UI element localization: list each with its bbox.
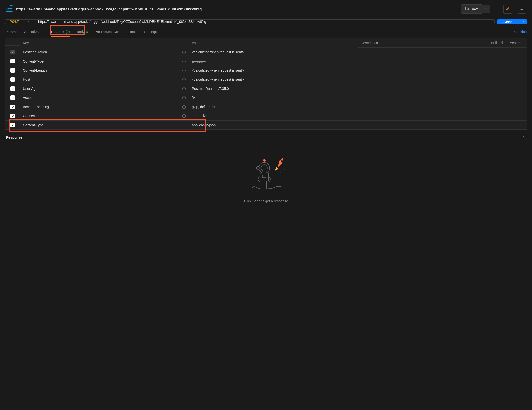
request-title: https://swarm.unmand.app/tasks/trigger/w… (16, 7, 202, 11)
col-key: Key (20, 38, 189, 47)
header-key[interactable]: Accept-Encoding (23, 105, 49, 109)
cookies-link[interactable]: Cookies (514, 30, 527, 37)
pencil-icon (506, 7, 510, 11)
presets-dropdown[interactable]: Presets (509, 41, 524, 45)
info-icon (182, 78, 186, 81)
header-value[interactable]: <calculated when request is sent> (192, 50, 244, 54)
svg-point-28 (184, 115, 184, 115)
bulk-edit-button[interactable]: Bulk Edit (491, 41, 504, 45)
save-button-label: Save (471, 7, 479, 11)
http-method-label: POST (10, 20, 19, 24)
row-checkbox[interactable] (10, 105, 15, 109)
svg-point-10 (184, 61, 184, 61)
col-description: Description Bulk Edit Presets (358, 38, 527, 48)
header-value[interactable]: gzip, deflate, br (192, 105, 216, 109)
header-key[interactable]: Content-Type (23, 123, 44, 127)
header-description[interactable] (358, 68, 527, 73)
table-row: Content-Typeapplication/json (5, 121, 527, 130)
svg-point-37 (280, 173, 281, 173)
comments-button[interactable] (517, 5, 526, 14)
header-value[interactable]: <calculated when request is sent> (192, 68, 244, 72)
http-method-icon: HTTP (6, 7, 13, 12)
save-dropdown-button[interactable] (482, 5, 490, 13)
save-icon (465, 7, 469, 11)
svg-point-16 (184, 79, 184, 79)
info-icon (182, 60, 186, 63)
svg-point-35 (281, 160, 282, 162)
table-row: Content-Typetext/plain (5, 57, 527, 66)
tab-authorization[interactable]: Authorization (24, 30, 44, 37)
header-description[interactable] (358, 77, 527, 82)
info-icon (182, 105, 186, 109)
table-row: Postman-Token<calculated when request is… (5, 48, 527, 57)
row-checkbox[interactable] (10, 59, 15, 63)
http-method-select[interactable]: POST (5, 20, 34, 24)
table-header: Key Value Description Bulk Edit Presets (5, 38, 527, 48)
empty-response-text: Click Send to get a response (244, 199, 288, 203)
row-checkbox[interactable] (10, 95, 15, 100)
header-description[interactable] (358, 50, 527, 54)
header-key[interactable]: Content-Type (23, 59, 44, 63)
header-value[interactable]: <calculated when request is sent> (192, 78, 244, 81)
header-description[interactable] (358, 123, 527, 127)
tab-body[interactable]: Body (77, 30, 88, 37)
tab-pre-request-script[interactable]: Pre-request Script (95, 30, 123, 37)
row-checkbox[interactable] (10, 123, 15, 127)
header-key[interactable]: Accept (23, 96, 33, 100)
header-value[interactable]: application/json (192, 123, 216, 127)
tab-settings[interactable]: Settings (144, 30, 157, 37)
info-icon (182, 96, 186, 100)
table-row: User-AgentPostmanRuntime/7.35.0 (5, 84, 527, 93)
body-changed-dot-icon (85, 30, 88, 34)
save-button[interactable]: Save (461, 4, 482, 14)
tab-params[interactable]: Params (5, 30, 17, 37)
header-key[interactable]: User-Agent (23, 87, 40, 91)
header-description[interactable] (358, 95, 527, 100)
row-checkbox (10, 50, 15, 54)
header-value[interactable]: keep-alive (192, 114, 208, 118)
header-key[interactable]: Content-Length (23, 68, 47, 72)
headers-table: Key Value Description Bulk Edit Presets … (5, 38, 527, 130)
row-checkbox[interactable] (10, 68, 15, 73)
svg-point-31 (261, 165, 267, 171)
svg-point-3 (485, 42, 485, 43)
send-button-label: Send (503, 20, 513, 24)
send-button[interactable]: Send (497, 19, 519, 24)
svg-point-2 (484, 42, 484, 43)
svg-point-22 (184, 97, 184, 97)
edit-button[interactable] (503, 5, 512, 14)
svg-point-13 (184, 70, 184, 70)
row-checkbox[interactable] (10, 77, 15, 82)
table-row: Accept*/* (5, 93, 527, 102)
info-icon (182, 114, 186, 118)
row-checkbox[interactable] (10, 114, 15, 118)
request-url-input[interactable] (34, 20, 494, 24)
svg-point-7 (184, 51, 184, 52)
more-options-button[interactable] (483, 40, 487, 45)
comment-icon (520, 7, 524, 11)
header-description[interactable] (358, 114, 527, 118)
svg-point-19 (184, 88, 184, 88)
send-dropdown-button[interactable] (519, 19, 527, 24)
header-description[interactable] (358, 86, 527, 91)
col-value: Value (189, 38, 358, 47)
header-description[interactable] (358, 105, 527, 109)
header-description[interactable] (358, 59, 527, 63)
response-collapse-button[interactable] (523, 135, 526, 139)
svg-rect-34 (262, 175, 266, 178)
table-row: Content-Length<calculated when request i… (5, 66, 527, 75)
header-key[interactable]: Host (23, 78, 30, 81)
header-value[interactable]: PostmanRuntime/7.35.0 (192, 87, 229, 91)
col-checkbox (5, 40, 20, 46)
svg-rect-33 (260, 173, 269, 181)
tab-tests[interactable]: Tests (129, 30, 138, 37)
row-checkbox[interactable] (10, 86, 15, 91)
table-row: Accept-Encodinggzip, deflate, br (5, 102, 527, 111)
header-key[interactable]: Postman-Token (23, 50, 47, 54)
header-value[interactable]: text/plain (192, 59, 206, 63)
tab-headers[interactable]: Headers (9) (51, 30, 70, 37)
header-value[interactable]: */* (192, 96, 196, 100)
svg-point-4 (486, 42, 487, 43)
svg-point-38 (285, 165, 285, 165)
header-key[interactable]: Connection (23, 114, 40, 118)
